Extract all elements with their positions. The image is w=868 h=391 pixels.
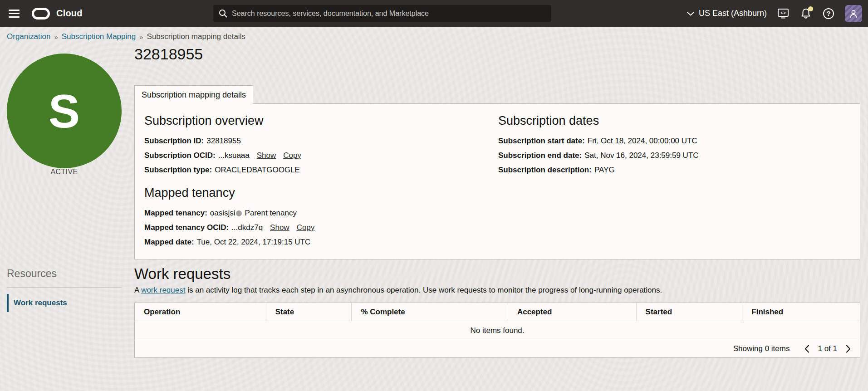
mapped-tenancy-heading: Mapped tenancy: [144, 186, 850, 200]
breadcrumb-subscription-mapping[interactable]: Subscription Mapping: [62, 32, 136, 41]
subscription-avatar: S: [7, 54, 122, 168]
field-label: Subscription ID:: [144, 137, 204, 145]
column-header-percent-complete[interactable]: % Complete: [352, 303, 508, 321]
work-requests-table: Operation State % Complete Accepted Star…: [134, 303, 860, 358]
avatar-letter: S: [49, 88, 80, 135]
user-menu-button[interactable]: [845, 5, 862, 22]
status-badge: ACTIVE: [7, 168, 122, 176]
parent-tenancy-label: Parent tenancy: [245, 209, 297, 217]
chevron-left-icon: [804, 345, 809, 353]
next-page-button[interactable]: [843, 344, 853, 353]
page-title: 32818955: [134, 45, 203, 63]
field-value: oasisjsi: [210, 209, 235, 217]
field-label: Mapped tenancy OCID:: [144, 224, 229, 232]
field-value: ...ksuaaa: [218, 152, 250, 160]
column-header-accepted[interactable]: Accepted: [508, 303, 637, 321]
showing-items-label: Showing 0 items: [733, 344, 790, 353]
brand-label: Cloud: [56, 8, 83, 19]
subscription-mapping-details-page: Cloud US East (Ashburn) <>: [0, 0, 868, 391]
person-icon: [848, 9, 858, 19]
details-card: Subscription overview Subscription ID: 3…: [134, 103, 860, 259]
chevron-down-icon: [687, 11, 694, 16]
top-header-bar: Cloud US East (Ashburn) <>: [0, 0, 868, 27]
resources-heading: Resources: [7, 268, 57, 280]
search-input[interactable]: [232, 10, 546, 18]
header-actions: US East (Ashburn) <> ?: [687, 0, 868, 27]
tab-subscription-mapping-details[interactable]: Subscription mapping details: [134, 85, 253, 104]
field-value: Fri, Oct 18, 2024, 00:00:00 UTC: [588, 137, 697, 145]
search-icon: [219, 9, 227, 18]
breadcrumb-separator: »: [139, 33, 143, 41]
breadcrumb-separator: »: [54, 33, 58, 41]
breadcrumb-current: Subscription mapping details: [147, 32, 245, 41]
chevron-right-icon: [846, 345, 851, 353]
field-value: 32818955: [206, 137, 241, 145]
notification-badge: [808, 6, 813, 11]
sidebar-item-work-requests[interactable]: Work requests: [7, 294, 122, 312]
copy-ocid-link[interactable]: Copy: [283, 152, 301, 160]
field-value: PAYG: [594, 166, 615, 174]
breadcrumb: Organization » Subscription Mapping » Su…: [7, 32, 245, 41]
show-ocid-link[interactable]: Show: [257, 152, 276, 160]
description-text: is an activity log that tracks each step…: [185, 286, 662, 294]
resources-divider: [7, 287, 122, 288]
field-start-date: Subscription start date: Fri, Oct 18, 20…: [498, 137, 843, 145]
field-label: Mapped date:: [144, 238, 194, 246]
field-value: Tue, Oct 22, 2024, 17:19:15 UTC: [197, 238, 311, 246]
column-header-finished[interactable]: Finished: [742, 303, 860, 321]
region-label: US East (Ashburn): [699, 9, 767, 18]
developer-tools-button[interactable]: <>: [777, 7, 790, 20]
column-header-state[interactable]: State: [266, 303, 352, 321]
details-right-column: Subscription dates Subscription start da…: [498, 110, 843, 181]
breadcrumb-organization[interactable]: Organization: [7, 32, 50, 41]
show-tenancy-ocid-link[interactable]: Show: [270, 224, 289, 232]
field-value: ...dkdz7q: [231, 224, 263, 232]
developer-console-icon: <>: [777, 8, 789, 19]
field-mapped-date: Mapped date: Tue, Oct 22, 2024, 17:19:15…: [144, 238, 850, 246]
field-mapped-tenancy-ocid: Mapped tenancy OCID: ...dkdz7q Show Copy: [144, 224, 850, 232]
tenancy-separator-dot-icon: [236, 210, 242, 216]
field-description: Subscription description: PAYG: [498, 166, 843, 174]
page-indicator: 1 of 1: [818, 344, 837, 353]
field-label: Mapped tenancy:: [144, 209, 207, 217]
column-header-operation[interactable]: Operation: [135, 303, 266, 321]
previous-page-button[interactable]: [802, 344, 811, 353]
hamburger-menu-icon[interactable]: [9, 10, 20, 18]
table-header-row: Operation State % Complete Accepted Star…: [135, 303, 860, 321]
field-label: Subscription OCID:: [144, 152, 216, 160]
field-mapped-tenancy: Mapped tenancy: oasisjsi Parent tenancy: [144, 209, 850, 217]
description-text: A: [134, 286, 141, 294]
field-value: ORACLEDBATGOOGLE: [215, 166, 300, 174]
subscription-dates-heading: Subscription dates: [498, 114, 843, 128]
oracle-logo-icon[interactable]: [32, 8, 50, 20]
table-empty-message: No items found.: [135, 321, 860, 340]
help-button[interactable]: ?: [822, 7, 835, 20]
column-header-started[interactable]: Started: [637, 303, 743, 321]
field-end-date: Subscription end date: Sat, Nov 16, 2024…: [498, 152, 843, 160]
field-label: Subscription start date:: [498, 137, 585, 145]
work-requests-heading: Work requests: [134, 265, 230, 283]
global-search[interactable]: [213, 5, 551, 22]
work-request-link[interactable]: work request: [141, 286, 185, 294]
field-value: Sat, Nov 16, 2024, 23:59:59 UTC: [584, 152, 698, 160]
field-label: Subscription type:: [144, 166, 212, 174]
field-label: Subscription end date:: [498, 152, 582, 160]
field-label: Subscription description:: [498, 166, 592, 174]
work-requests-description: A work request is an activity log that t…: [134, 286, 662, 295]
notifications-button[interactable]: [799, 7, 812, 20]
svg-text:<>: <>: [780, 10, 786, 15]
table-footer: Showing 0 items 1 of 1: [135, 340, 860, 357]
copy-tenancy-ocid-link[interactable]: Copy: [297, 224, 315, 232]
region-selector[interactable]: US East (Ashburn): [687, 9, 767, 18]
help-icon: ?: [823, 8, 834, 19]
